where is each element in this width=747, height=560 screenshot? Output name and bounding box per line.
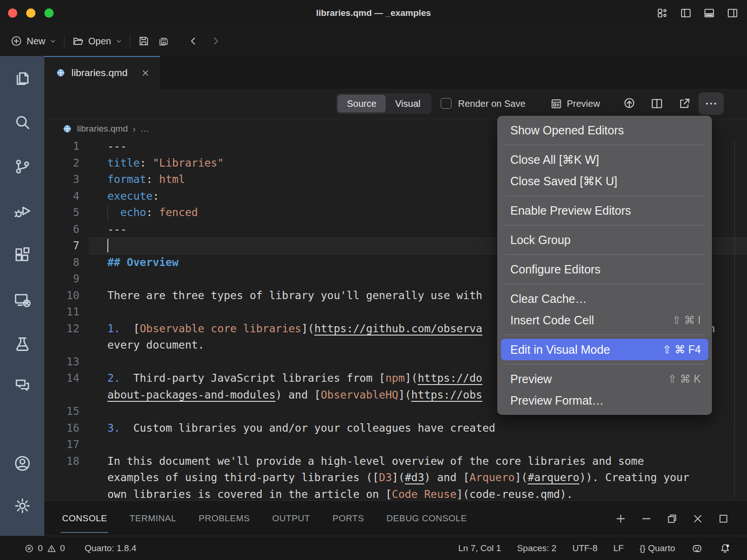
line-number: 11: [44, 304, 79, 321]
sessions-icon[interactable]: [13, 291, 32, 309]
more-actions-button[interactable]: [698, 92, 724, 115]
encoding-status[interactable]: UTF-8: [572, 543, 598, 553]
quarto-version-status[interactable]: Quarto: 1.8.4: [85, 543, 136, 553]
line-number: 13: [44, 354, 79, 371]
line-number: 2: [44, 155, 79, 172]
menu-item-label: Close All [⌘K W]: [510, 153, 599, 167]
new-label: New: [27, 36, 45, 47]
preview-button[interactable]: Preview: [550, 89, 600, 119]
save-all-icon[interactable]: [157, 35, 169, 47]
extensions-icon[interactable]: [13, 246, 32, 265]
panel-actions: [615, 501, 729, 536]
code-text: examples of using third-party libraries …: [107, 469, 689, 486]
source-control-icon[interactable]: [13, 157, 32, 176]
breadcrumb-more[interactable]: …: [141, 124, 149, 134]
breadcrumb-file[interactable]: libraries.qmd: [77, 124, 128, 134]
run-debug-icon[interactable]: [13, 202, 32, 220]
panel-minus-icon[interactable]: [641, 513, 652, 525]
copilot-icon[interactable]: [691, 542, 703, 554]
account-icon[interactable]: [13, 454, 32, 473]
menu-separator: [505, 145, 705, 145]
eol-status[interactable]: LF: [613, 543, 624, 553]
chat-icon[interactable]: [13, 376, 32, 395]
panel-tab-ports[interactable]: PORTS: [332, 501, 364, 536]
new-button[interactable]: New: [10, 35, 56, 47]
line-number: 1: [44, 138, 79, 155]
menu-item-shortcut: ⇧ ⌘ K: [668, 373, 701, 385]
menu-item-shortcut: ⇧ ⌘ F4: [662, 343, 701, 356]
code-text: every document.: [107, 337, 204, 354]
menu-item-clear-cache[interactable]: Clear Cache…: [497, 288, 712, 309]
menu-item-edit-in-visual-mode[interactable]: Edit in Visual Mode⇧ ⌘ F4: [501, 339, 708, 360]
menu-separator: [505, 335, 705, 335]
menu-item-enable-preview-editors[interactable]: Enable Preview Editors: [497, 200, 712, 221]
problems-status[interactable]: 0 0: [24, 543, 65, 553]
notifications-bell-icon[interactable]: [719, 542, 731, 554]
panel-maximize-icon[interactable]: [718, 513, 729, 525]
render-document-icon[interactable]: [622, 97, 636, 111]
close-tab-icon[interactable]: [141, 68, 150, 78]
code-line[interactable]: own libraries is covered in the article …: [44, 486, 747, 501]
line-number: 17: [44, 436, 79, 453]
menu-separator: [505, 254, 705, 255]
split-editor-icon[interactable]: [650, 97, 664, 111]
mode-visual-button[interactable]: Visual: [386, 95, 430, 112]
panel-restore-icon[interactable]: [666, 513, 678, 525]
menu-item-preview[interactable]: Preview⇧ ⌘ K: [497, 368, 712, 390]
panel-tab-console[interactable]: CONSOLE: [62, 501, 107, 536]
code-line[interactable]: 17: [44, 436, 747, 453]
code-line[interactable]: 18In this document we'll provide a high-…: [44, 453, 747, 470]
menu-item-preview-format[interactable]: Preview Format…: [497, 390, 712, 411]
menu-item-lock-group[interactable]: Lock Group: [497, 229, 712, 251]
mode-source-button[interactable]: Source: [338, 95, 386, 112]
line-number: 12: [44, 321, 79, 337]
open-in-new-window-icon[interactable]: [677, 97, 691, 111]
top-action-bar: New Open Search: [0, 26, 747, 56]
toggle-panel-icon[interactable]: [703, 7, 715, 19]
code-text: ## Overview: [107, 254, 178, 271]
open-label: Open: [88, 36, 111, 47]
code-text: execute:: [107, 188, 159, 205]
code-line[interactable]: examples of using third-party libraries …: [44, 469, 747, 486]
indentation-status[interactable]: Spaces: 2: [517, 543, 557, 553]
toggle-secondary-sidebar-icon[interactable]: [726, 7, 739, 19]
status-bar: 0 0 Quarto: 1.8.4 Ln 7, Col 1 Spaces: 2 …: [0, 536, 747, 560]
menu-item-show-opened-editors[interactable]: Show Opened Editors: [497, 119, 712, 141]
code-line[interactable]: 163. Custom libraries you and/or your co…: [44, 420, 747, 437]
open-button[interactable]: Open: [72, 35, 122, 47]
cursor-position-status[interactable]: Ln 7, Col 1: [458, 543, 501, 553]
panel-close-icon[interactable]: [692, 513, 704, 525]
menu-item-label: Preview: [510, 372, 552, 386]
breadcrumb-separator: ›: [133, 123, 136, 134]
save-icon[interactable]: [138, 35, 150, 47]
panel-plus-icon[interactable]: [615, 513, 627, 525]
customize-layout-icon[interactable]: [656, 7, 669, 19]
panel-tab-problems[interactable]: PROBLEMS: [199, 501, 250, 536]
tab-strip: libraries.qmd: [44, 56, 747, 89]
tab-libraries-qmd[interactable]: libraries.qmd: [44, 56, 160, 89]
search-icon[interactable]: [13, 113, 32, 132]
code-text: There are three types of library you'll …: [107, 287, 482, 304]
line-number: 7: [44, 238, 79, 254]
panel-tab-terminal[interactable]: TERMINAL: [129, 501, 176, 536]
panel-tab-output[interactable]: OUTPUT: [272, 501, 310, 536]
menu-item-configure-editors[interactable]: Configure Editors: [497, 259, 712, 280]
menu-item-close-saved-k-u[interactable]: Close Saved [⌘K U]: [497, 170, 712, 192]
menu-item-insert-code-cell[interactable]: Insert Code Cell⇧ ⌘ I: [497, 309, 712, 331]
editor-action-bar: Source Visual Render on Save Preview: [44, 89, 747, 119]
testing-icon[interactable]: [13, 335, 32, 353]
settings-icon[interactable]: [13, 497, 32, 515]
language-mode-status[interactable]: {} Quarto: [640, 543, 675, 553]
navigate-back-icon[interactable]: [187, 35, 199, 47]
explorer-icon[interactable]: [13, 69, 32, 88]
render-on-save-label: Render on Save: [458, 89, 526, 119]
panel-tab-debug-console[interactable]: DEBUG CONSOLE: [387, 501, 467, 536]
line-number: 5: [44, 204, 79, 221]
menu-item-close-all-k-w[interactable]: Close All [⌘K W]: [497, 149, 712, 170]
title-bar: libraries.qmd — _examples: [0, 0, 747, 27]
toolbar-divider: [64, 35, 64, 48]
render-on-save-checkbox[interactable]: [441, 98, 451, 109]
toggle-primary-sidebar-icon[interactable]: [680, 7, 692, 19]
navigate-forward-icon[interactable]: [210, 35, 222, 47]
text-cursor: [107, 239, 108, 252]
